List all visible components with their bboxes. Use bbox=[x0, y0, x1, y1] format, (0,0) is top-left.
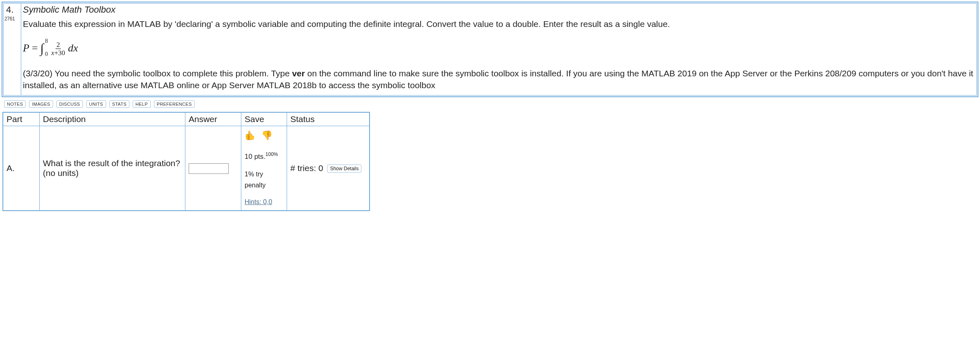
fraction-var: x bbox=[51, 49, 54, 57]
thumbs-up-icon[interactable]: 👍 bbox=[245, 128, 256, 143]
question-body: Symbolic Math Toolbox Evaluate this expr… bbox=[21, 4, 976, 95]
equation: P = ∫ 8 0 2 x+30 dx bbox=[23, 40, 974, 56]
points-percent: 100% bbox=[265, 151, 278, 157]
header-part: Part bbox=[3, 112, 40, 126]
note-bold: ver bbox=[292, 69, 305, 78]
points-label: 10 pts. bbox=[245, 153, 265, 160]
points-line: 10 pts.100% bbox=[245, 150, 283, 163]
header-answer: Answer bbox=[185, 112, 241, 126]
cell-answer bbox=[185, 126, 241, 211]
help-link[interactable]: HELP bbox=[133, 100, 151, 108]
question-row: 4. 2761 Symbolic Math Toolbox Evaluate t… bbox=[3, 3, 977, 96]
equation-dx: dx bbox=[68, 42, 78, 54]
table-row: A. What is the result of the integration… bbox=[3, 126, 370, 211]
hints-link[interactable]: Hints: 0,0 bbox=[245, 196, 272, 207]
fraction-denominator: x+30 bbox=[51, 49, 65, 56]
images-link[interactable]: IMAGES bbox=[29, 100, 53, 108]
header-description: Description bbox=[40, 112, 185, 126]
discuss-link[interactable]: DISCUSS bbox=[56, 100, 83, 108]
stats-link[interactable]: STATS bbox=[109, 100, 129, 108]
integral-lower: 0 bbox=[45, 51, 48, 57]
penalty-label: 1% try penalty bbox=[245, 169, 283, 191]
integral-upper: 8 bbox=[45, 38, 48, 44]
table-header-row: Part Description Answer Save Status bbox=[3, 112, 370, 126]
show-details-button[interactable]: Show Details bbox=[327, 165, 361, 173]
cell-part: A. bbox=[3, 126, 40, 211]
links-row: NOTES IMAGES DISCUSS UNITS STATS HELP PR… bbox=[4, 100, 978, 108]
question-number: 4. bbox=[4, 4, 21, 16]
question-note: (3/3/20) You need the symbolic toolbox t… bbox=[23, 68, 974, 91]
question-container: 4. 2761 Symbolic Math Toolbox Evaluate t… bbox=[2, 2, 978, 97]
tries-label: # tries: 0 bbox=[290, 163, 323, 173]
cell-description: What is the result of the integration? (… bbox=[40, 126, 185, 211]
fraction: 2 x+30 bbox=[51, 41, 65, 56]
question-instructions: Evaluate this expression in MATLAB by 'd… bbox=[23, 18, 974, 30]
equation-lhs: P bbox=[23, 42, 29, 54]
integral-symbol: ∫ 8 0 bbox=[40, 42, 44, 55]
thumbs-down-icon[interactable]: 👎 bbox=[261, 128, 272, 143]
note-pre: (3/3/20) You need the symbolic toolbox t… bbox=[23, 69, 292, 78]
cell-save: 👍 👎 10 pts.100% 1% try penalty Hints: 0,… bbox=[241, 126, 287, 211]
equation-eq: = bbox=[32, 42, 38, 54]
header-status: Status bbox=[287, 112, 370, 126]
question-title: Symbolic Math Toolbox bbox=[23, 4, 974, 15]
question-left-col: 4. 2761 bbox=[4, 4, 21, 95]
preferences-link[interactable]: PREFERENCES bbox=[154, 100, 195, 108]
answer-table: Part Description Answer Save Status A. W… bbox=[2, 112, 370, 211]
units-link[interactable]: UNITS bbox=[86, 100, 106, 108]
fraction-const: +30 bbox=[54, 49, 65, 57]
fraction-numerator: 2 bbox=[56, 41, 61, 49]
notes-link[interactable]: NOTES bbox=[4, 100, 26, 108]
thumbs-row: 👍 👎 bbox=[245, 128, 283, 143]
question-id: 2761 bbox=[4, 16, 21, 22]
answer-input[interactable] bbox=[189, 163, 229, 174]
cell-status: # tries: 0 Show Details bbox=[287, 126, 370, 211]
header-save: Save bbox=[241, 112, 287, 126]
